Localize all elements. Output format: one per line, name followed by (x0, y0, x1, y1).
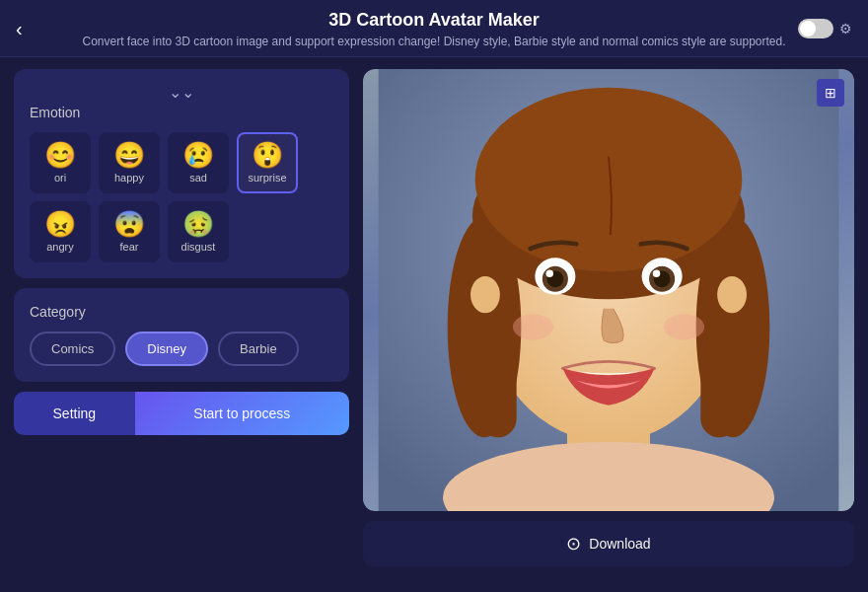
emotion-label-surprise: surprise (248, 172, 286, 184)
emotion-emoji-fear: 😨 (113, 211, 145, 237)
emotion-emoji-ori: 😊 (44, 142, 76, 168)
right-panel: ⊞ ⊙ Download (363, 69, 854, 566)
svg-point-18 (513, 314, 553, 339)
app-subtitle: Convert face into 3D cartoon image and s… (20, 35, 848, 48)
download-bar: ⊙ Download (363, 521, 854, 566)
category-btn-disney[interactable]: Disney (125, 332, 208, 366)
emotion-emoji-happy: 😄 (113, 142, 145, 168)
emotion-emoji-surprise: 😲 (252, 142, 283, 168)
emotion-label-sad: sad (189, 172, 207, 184)
gear-icon[interactable]: ⚙ (839, 21, 852, 37)
emotion-emoji-angry: 😠 (44, 211, 76, 237)
category-grid: ComicsDisneyBarbie (30, 332, 333, 366)
svg-point-19 (664, 314, 704, 339)
process-button[interactable]: Start to process (135, 392, 349, 435)
theme-toggle[interactable] (798, 19, 833, 38)
setting-button[interactable]: Setting (14, 392, 135, 435)
avatar-display: ⊞ (363, 69, 854, 511)
left-panel: ⌄⌄ Emotion 😊 ori 😄 happy 😢 sad 😲 surpris… (14, 69, 349, 566)
category-btn-comics[interactable]: Comics (30, 332, 115, 366)
emotion-item-fear[interactable]: 😨 fear (99, 201, 160, 262)
collapse-button[interactable]: ⌄⌄ (30, 85, 333, 101)
emotion-item-ori[interactable]: 😊 ori (30, 132, 91, 193)
category-card: Category ComicsDisneyBarbie (14, 288, 349, 382)
emotion-item-disgust[interactable]: 🤢 disgust (168, 201, 229, 262)
emotion-item-angry[interactable]: 😠 angry (30, 201, 91, 262)
compare-icon[interactable]: ⊞ (817, 79, 844, 107)
emotion-grid: 😊 ori 😄 happy 😢 sad 😲 surprise 😠 angry 😨… (30, 132, 333, 262)
back-button[interactable]: ‹ (16, 19, 23, 38)
emotion-item-happy[interactable]: 😄 happy (99, 132, 160, 193)
emotion-item-sad[interactable]: 😢 sad (168, 132, 229, 193)
main-content: ⌄⌄ Emotion 😊 ori 😄 happy 😢 sad 😲 surpris… (0, 57, 868, 578)
svg-point-13 (546, 269, 553, 276)
avatar-canvas: ⊞ (363, 69, 854, 511)
download-icon: ⊙ (566, 533, 581, 555)
app-header: ‹ 3D Cartoon Avatar Maker Convert face i… (0, 0, 868, 57)
category-btn-barbie[interactable]: Barbie (218, 332, 299, 366)
emotion-card: ⌄⌄ Emotion 😊 ori 😄 happy 😢 sad 😲 surpris… (14, 69, 349, 278)
emotion-item-surprise[interactable]: 😲 surprise (237, 132, 298, 193)
app-title: 3D Cartoon Avatar Maker (20, 10, 848, 31)
emotion-section-label: Emotion (30, 105, 333, 120)
download-button[interactable]: ⊙ Download (566, 533, 650, 555)
toggle-area: ⚙ (798, 19, 852, 38)
emotion-label-happy: happy (114, 172, 144, 184)
emotion-label-ori: ori (54, 172, 66, 184)
emotion-label-fear: fear (120, 241, 139, 253)
svg-point-21 (717, 276, 747, 313)
category-section-label: Category (30, 304, 333, 320)
download-label: Download (589, 536, 650, 552)
left-footer: Setting Start to process (14, 392, 349, 435)
emotion-label-disgust: disgust (181, 241, 216, 253)
svg-point-20 (470, 276, 500, 313)
emotion-label-angry: angry (46, 241, 74, 253)
svg-point-7 (475, 88, 743, 272)
emotion-emoji-disgust: 🤢 (182, 211, 214, 237)
chevron-down-icon: ⌄⌄ (169, 85, 194, 101)
svg-point-17 (653, 269, 660, 276)
emotion-emoji-sad: 😢 (182, 142, 214, 168)
